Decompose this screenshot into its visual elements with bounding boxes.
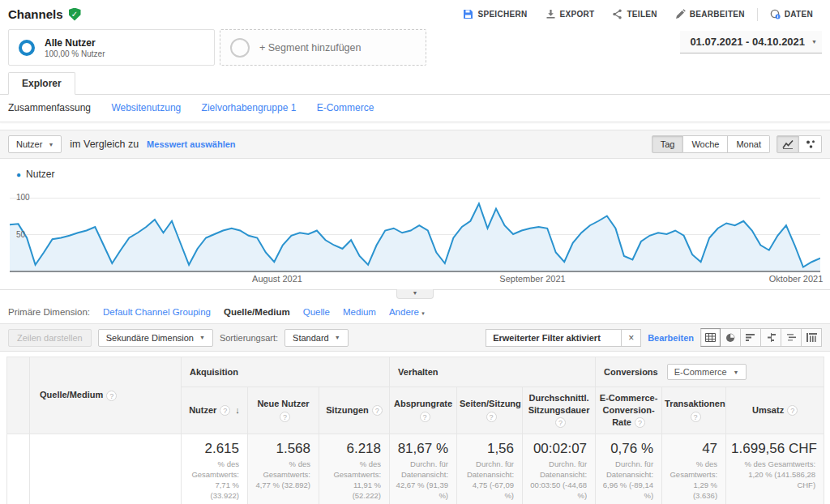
granularity-woche[interactable]: Woche [683,135,728,153]
top-bar: Channels ✓ SPEICHERN EXPORT TEILEN BEARB… [0,0,830,26]
column-header-umsatz[interactable]: Umsatz? [726,387,824,434]
dimension-quelle-medium[interactable]: Quelle/Medium [224,307,290,317]
close-icon[interactable]: × [622,329,641,347]
line-chart-toggle[interactable] [777,135,799,153]
dimension-andere[interactable]: Andere ▾ [389,307,425,317]
column-header-transaktionen[interactable]: Transaktionen? [662,387,726,434]
report-subtabs: Zusammenfassung Websitenutzung Zielvorha… [0,95,830,122]
chevron-down-icon: ▼ [734,369,739,375]
help-icon[interactable]: ? [220,405,230,416]
granularity-tag[interactable]: Tag [652,135,684,153]
y-tick-100: 100 [16,193,30,202]
help-icon[interactable]: ? [106,391,117,401]
percentage-view-button[interactable] [721,328,741,347]
help-icon[interactable]: ? [787,405,798,416]
motion-chart-icon [805,139,816,149]
dimension-default-channel-grouping[interactable]: Default Channel Grouping [103,307,211,317]
tab-explorer[interactable]: Explorer [8,72,75,95]
traffic-line-chart: ● Nutzer 100 50 August 2021 September 20… [0,159,830,300]
x-label-august: August 2021 [252,274,302,284]
total-seiten-sitzung: 1,56 [462,441,514,457]
advanced-filter-status: Erweiterter Filter aktiviert [486,329,622,347]
metric-select[interactable]: Nutzer ▼ [8,135,62,153]
help-icon[interactable]: ? [635,417,645,428]
plot-rows-button[interactable]: Zeilen darstellen [8,329,92,347]
column-header-conversion-rate[interactable]: E-Commerce-Conversion-Rate? [596,387,662,434]
help-icon[interactable]: ? [372,405,383,416]
help-icon[interactable]: ? [280,412,290,422]
dimension-quelle[interactable]: Quelle [303,307,330,317]
performance-view-button[interactable] [741,328,761,347]
comparison-view-button[interactable] [761,328,781,347]
column-header-neue-nutzer[interactable]: Neue Nutzer? [248,387,319,434]
column-header-seiten-sitzung[interactable]: Seiten/Sitzung? [457,387,523,434]
total-neue-nutzer: 1.568 [253,441,310,457]
total-absprungrate: 81,67 % [395,441,448,457]
x-label-oktober: Oktober 2021 [769,274,824,284]
subtab-zusammenfassung[interactable]: Zusammenfassung [8,102,91,113]
edit-filter-link[interactable]: Bearbeiten [648,333,694,343]
segment-row: Alle Nutzer 100,00 % Nutzer + Segment hi… [0,26,830,72]
group-header-akquisition: Akquisition [182,357,390,387]
chart-collapse-handle[interactable]: ▼ [396,289,434,299]
column-header-sitzungsdauer[interactable]: Durchschnittl. Sitzungsdauer? [523,387,596,434]
pivot-view-button[interactable] [802,328,822,347]
series-label: Nutzer [26,169,54,180]
help-icon[interactable]: ? [555,417,566,428]
help-icon[interactable]: ? [420,412,430,422]
sort-type-label: Sortierungsart: [220,333,278,343]
page-title: Channels [8,7,63,21]
line-chart-icon [782,139,794,149]
x-label-september: September 2021 [499,274,565,284]
segment-detail: 100,00 % Nutzer [45,49,105,58]
save-icon [463,9,473,19]
edit-button[interactable]: BEARBEITEN [666,6,754,23]
subtab-ecommerce[interactable]: E-Commerce [317,102,374,113]
add-segment-button[interactable]: + Segment hinzufügen [220,29,426,66]
analytics-report-page: Channels ✓ SPEICHERN EXPORT TEILEN BEARB… [0,0,830,504]
insights-button[interactable]: DATEN [761,6,822,23]
bars-view-icon [746,333,756,342]
pie-view-icon [725,333,735,343]
segment-add-ring-icon [230,38,250,58]
subtab-websitenutzung[interactable]: Websitenutzung [111,102,181,113]
secondary-dimension-select[interactable]: Sekundäre Dimension ▼ [98,329,213,347]
table-view-switcher [700,328,822,347]
divider [757,8,758,21]
share-button[interactable]: TEILEN [603,6,665,23]
advanced-filter-chip: Erweiterter Filter aktiviert × [486,329,641,347]
primary-dimension-bar: Primäre Dimension: Default Channel Group… [0,300,830,323]
plot-area[interactable] [10,198,820,272]
motion-chart-toggle[interactable] [799,135,822,153]
export-button[interactable]: EXPORT [537,6,604,23]
y-tick-50: 50 [16,230,25,239]
conversions-goal-select[interactable]: E-Commerce ▼ [667,364,747,380]
totals-row: 2.615% des Gesamtwerts: 7,71 % (33.922) … [7,434,824,504]
compare-label: im Vergleich zu [70,139,139,150]
date-range-picker[interactable]: 01.07.2021 - 04.10.2021 ▼ [680,31,822,53]
select-metric-link[interactable]: Messwert auswählen [147,139,235,149]
segment-ring-icon [19,40,35,56]
primary-dimension-label: Primäre Dimension: [8,307,90,317]
series-dot-icon: ● [16,170,21,179]
save-button[interactable]: SPEICHERN [454,6,536,23]
column-header-nutzer[interactable]: Nutzer?↓ [182,387,248,434]
help-icon[interactable]: ? [691,412,701,422]
column-header-absprungrate[interactable]: Absprungrate? [390,387,457,434]
comparison-view-icon [766,333,777,342]
column-header-sitzungen[interactable]: Sitzungen? [319,387,390,434]
dimension-medium[interactable]: Medium [343,307,376,317]
sort-type-select[interactable]: Standard ▼ [285,329,349,347]
term-cloud-view-button[interactable] [781,328,802,347]
granularity-monat[interactable]: Monat [728,135,770,153]
select-all-cell [7,357,30,434]
help-icon[interactable]: ? [486,412,497,422]
channels-data-table: Quelle/Medium? Akquisition Verhalten Con… [6,357,824,504]
insights-icon [770,9,781,19]
dimension-column-header[interactable]: Quelle/Medium? [30,357,182,434]
table-view-button[interactable] [700,328,721,347]
segment-all-users[interactable]: Alle Nutzer 100,00 % Nutzer [8,29,215,66]
explorer-tabbar: Explorer [0,72,830,95]
chevron-down-icon: ▼ [811,39,817,45]
subtab-zielvorhabengruppe[interactable]: Zielvorhabengruppe 1 [202,102,297,113]
